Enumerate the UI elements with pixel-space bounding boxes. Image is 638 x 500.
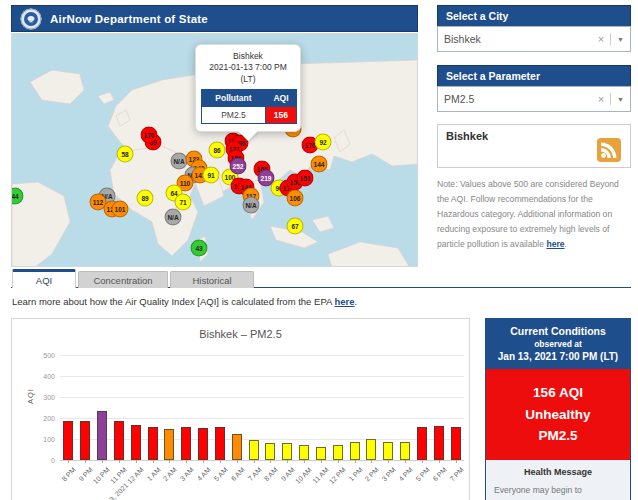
select-parameter-header: Select a Parameter: [437, 65, 631, 86]
chart-bar[interactable]: [232, 434, 242, 460]
chart-x-tick: [203, 460, 204, 463]
chart-bar[interactable]: [131, 425, 141, 460]
map-popup[interactable]: Bishkek 2021-01-13 7:00 PM (LT) Pollutan…: [195, 44, 301, 132]
epa-here-link[interactable]: here: [334, 296, 354, 307]
chart-x-tick: [371, 460, 372, 463]
observed-datetime: Jan 13, 2021 7:00 PM (LT): [490, 351, 626, 362]
chart-bar[interactable]: [164, 429, 174, 460]
observed-at-label: observed at: [490, 339, 626, 349]
chart-x-tick: [270, 460, 271, 463]
aqi-map-marker[interactable]: 144: [311, 156, 328, 173]
chart-plot: 01002003004005008 PM9 PM10 PM11 PMJan 13…: [60, 355, 464, 460]
chart-x-tick: [254, 460, 255, 463]
tab-historical[interactable]: Historical: [170, 271, 254, 288]
tab-aqi[interactable]: AQI: [12, 269, 76, 288]
chart-x-tick: [169, 460, 170, 463]
chart-bar[interactable]: [215, 427, 225, 460]
chart-gridline: [60, 355, 464, 356]
chart-x-tick: [439, 460, 440, 463]
aqi-map-marker[interactable]: 170: [141, 127, 158, 144]
popup-col-pollutant: Pollutant: [202, 90, 266, 107]
learn-more-text: Learn more about how the Air Quality Ind…: [12, 296, 357, 307]
parameter-select[interactable]: PM2.5 × ▼: [437, 86, 631, 112]
chart-bar[interactable]: [299, 445, 309, 460]
chart-x-tick: [355, 460, 356, 463]
chart-gridline: [60, 460, 464, 461]
chart-x-tick-label: 1 PM: [347, 466, 364, 483]
clear-city-icon[interactable]: ×: [592, 33, 611, 45]
chart-y-tick-label: 400: [43, 373, 60, 380]
sidebar: Select a City Bishkek × ▼ Select a Param…: [437, 5, 631, 252]
chart-bar[interactable]: [198, 428, 208, 460]
airnow-page: AirNow Department of State: [0, 0, 638, 500]
chart-x-tick: [237, 460, 238, 463]
chart-x-tick-label: 2 AM: [162, 466, 178, 482]
chart-bar[interactable]: [114, 421, 124, 460]
chart-x-tick-label: 2 PM: [364, 466, 381, 483]
aqi-map-marker[interactable]: N/A: [243, 197, 260, 214]
aqi-map-marker[interactable]: 89: [137, 190, 154, 207]
chart-bar[interactable]: [417, 427, 427, 460]
chevron-down-icon[interactable]: ▼: [611, 36, 624, 43]
aqi-map-marker[interactable]: 67: [287, 218, 304, 235]
chart-bar[interactable]: [350, 442, 360, 460]
feed-city-title: Bishkek: [446, 130, 622, 142]
aqi-map-marker[interactable]: 43: [191, 240, 208, 257]
chart-bar[interactable]: [451, 427, 461, 460]
current-conditions-title: Current Conditions: [490, 325, 626, 337]
chart-bar[interactable]: [97, 411, 107, 460]
chart-x-tick: [102, 460, 103, 463]
aqi-map-marker[interactable]: N/A: [165, 209, 182, 226]
chart-gridline: [60, 418, 464, 419]
chart-bar[interactable]: [80, 421, 90, 460]
chart-bar[interactable]: [366, 439, 376, 460]
note-here-link[interactable]: here: [546, 239, 564, 249]
chart-x-tick: [85, 460, 86, 463]
aqi-map-marker[interactable]: 101: [112, 201, 129, 218]
aqi-map-marker[interactable]: 71: [175, 194, 192, 211]
state-department-seal-icon: [20, 8, 42, 30]
aqi-map-marker[interactable]: 86: [209, 142, 226, 159]
chart-x-tick-label: 4 PM: [398, 466, 415, 483]
chart-bar[interactable]: [148, 427, 158, 460]
chart-x-tick-label: 6 AM: [229, 466, 245, 482]
health-message-title: Health Message: [494, 467, 622, 477]
rss-icon[interactable]: [597, 138, 621, 162]
chart-bar[interactable]: [333, 445, 343, 460]
chart-bar[interactable]: [265, 443, 275, 460]
chart-x-tick: [186, 460, 187, 463]
city-select[interactable]: Bishkek × ▼: [437, 26, 631, 52]
chart-x-tick-label: 8 PM: [61, 466, 78, 483]
chart-y-tick-label: 100: [43, 436, 60, 443]
chart-title: Bishkek – PM2.5: [12, 328, 469, 340]
aqi-map-marker[interactable]: 106: [287, 190, 304, 207]
city-select-value: Bishkek: [444, 33, 592, 45]
chart-bar[interactable]: [63, 421, 73, 460]
tab-concentration[interactable]: Concentration: [78, 271, 168, 288]
chart-bar[interactable]: [434, 426, 444, 460]
aqi-map-marker[interactable]: 58: [117, 146, 134, 163]
chart-bar[interactable]: [400, 442, 410, 460]
chart-x-tick-label: 4 AM: [196, 466, 212, 482]
chart-x-tick-label: 5 AM: [213, 466, 229, 482]
chevron-down-icon[interactable]: ▼: [611, 96, 624, 103]
chart-bar[interactable]: [282, 443, 292, 460]
aqi-bar-chart: Bishkek – PM2.5 AQI 01002003004005008 PM…: [11, 318, 470, 500]
chart-bar[interactable]: [181, 427, 191, 460]
chart-x-tick-label: 11 AM: [311, 466, 330, 485]
chart-x-tick-label: 6 PM: [431, 466, 448, 483]
aqi-map-marker[interactable]: 151: [297, 170, 314, 187]
chart-bar[interactable]: [249, 440, 259, 460]
world-map[interactable]: 588917086N/A123149N/A14191110648971N/AN/…: [11, 33, 418, 267]
chart-bar[interactable]: [316, 447, 326, 460]
aqi-map-marker[interactable]: 252: [230, 158, 247, 175]
popup-city: Bishkek: [201, 51, 295, 62]
chart-x-tick-label: 3 AM: [179, 466, 195, 482]
chart-bar[interactable]: [383, 442, 393, 460]
aqi-map-marker[interactable]: 92: [315, 134, 332, 151]
app-title: AirNow Department of State: [50, 13, 208, 25]
chart-x-tick: [68, 460, 69, 463]
clear-parameter-icon[interactable]: ×: [592, 93, 611, 105]
aqi-map-marker[interactable]: 91: [203, 167, 220, 184]
current-conditions-panel: Current Conditions observed at Jan 13, 2…: [485, 318, 631, 500]
